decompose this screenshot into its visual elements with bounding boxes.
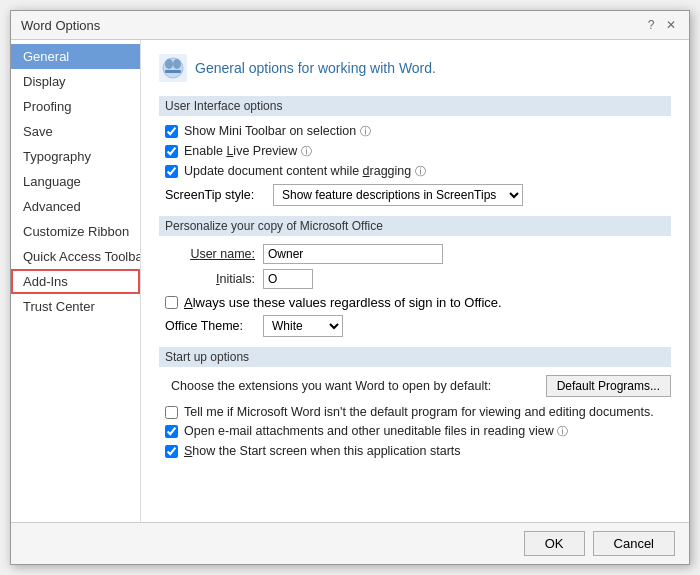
startup-header: Start up options [159, 347, 671, 367]
svg-rect-4 [165, 70, 181, 73]
panel-title-text: General options for working with Word. [195, 60, 436, 76]
sidebar: General Display Proofing Save Typography… [11, 40, 141, 522]
footer: OK Cancel [11, 522, 689, 564]
screentip-label: ScreenTip style: [165, 188, 265, 202]
content-area: General Display Proofing Save Typography… [11, 40, 689, 522]
sidebar-item-proofing[interactable]: Proofing [11, 94, 140, 119]
checkbox-live-preview-label: Enable Live Preview ⓘ [184, 144, 312, 159]
sidebar-item-typography[interactable]: Typography [11, 144, 140, 169]
username-label: User name: [165, 247, 255, 261]
checkbox-open-email-row: Open e-mail attachments and other unedit… [159, 424, 671, 439]
checkbox-live-preview[interactable] [165, 145, 178, 158]
sidebar-item-advanced[interactable]: Advanced [11, 194, 140, 219]
checkbox-update-doc-label: Update document content while dragging ⓘ [184, 164, 426, 179]
checkbox-show-start[interactable] [165, 445, 178, 458]
panel-title-row: General options for working with Word. [159, 54, 671, 82]
theme-label: Office Theme: [165, 319, 255, 333]
main-panel: General options for working with Word. U… [141, 40, 689, 522]
theme-row: Office Theme: White Light Gray Dark Gray [159, 315, 671, 337]
initials-label: Initials: [165, 272, 255, 286]
sidebar-item-add-ins[interactable]: Add-Ins [11, 269, 140, 294]
sidebar-item-trust-center[interactable]: Trust Center [11, 294, 140, 319]
checkbox-update-doc-row: Update document content while dragging ⓘ [159, 164, 671, 179]
sidebar-item-display[interactable]: Display [11, 69, 140, 94]
checkbox-always-use[interactable] [165, 296, 178, 309]
ui-options-header: User Interface options [159, 96, 671, 116]
title-bar-controls: ? ✕ [643, 17, 679, 33]
startup-extensions-row: Choose the extensions you want Word to o… [159, 375, 671, 397]
ok-button[interactable]: OK [524, 531, 585, 556]
word-options-dialog: Word Options ? ✕ General Display Proofin… [10, 10, 690, 565]
screentip-row: ScreenTip style: Show feature descriptio… [159, 184, 671, 206]
checkbox-mini-toolbar[interactable] [165, 125, 178, 138]
svg-point-3 [173, 59, 181, 69]
svg-point-2 [165, 59, 173, 69]
help-button[interactable]: ? [643, 17, 659, 33]
username-input[interactable] [263, 244, 443, 264]
title-bar: Word Options ? ✕ [11, 11, 689, 40]
default-programs-button[interactable]: Default Programs... [546, 375, 671, 397]
checkbox-open-email[interactable] [165, 425, 178, 438]
cancel-button[interactable]: Cancel [593, 531, 675, 556]
checkbox-update-doc[interactable] [165, 165, 178, 178]
checkbox-tell-me-label: Tell me if Microsoft Word isn't the defa… [184, 405, 654, 419]
checkbox-always-use-label: Always use these values regardless of si… [184, 295, 502, 310]
checkbox-tell-me-row: Tell me if Microsoft Word isn't the defa… [159, 405, 671, 419]
checkbox-show-start-row: Show the Start screen when this applicat… [159, 444, 671, 458]
dialog-title: Word Options [21, 18, 100, 33]
initials-input[interactable] [263, 269, 313, 289]
sidebar-item-save[interactable]: Save [11, 119, 140, 144]
checkbox-mini-toolbar-label: Show Mini Toolbar on selection ⓘ [184, 124, 371, 139]
checkbox-tell-me[interactable] [165, 406, 178, 419]
checkbox-open-email-label: Open e-mail attachments and other unedit… [184, 424, 568, 439]
word-icon [159, 54, 187, 82]
theme-select[interactable]: White Light Gray Dark Gray [263, 315, 343, 337]
screentip-select[interactable]: Show feature descriptions in ScreenTips … [273, 184, 523, 206]
checkbox-show-start-label: Show the Start screen when this applicat… [184, 444, 461, 458]
personalize-header: Personalize your copy of Microsoft Offic… [159, 216, 671, 236]
sidebar-item-language[interactable]: Language [11, 169, 140, 194]
close-button[interactable]: ✕ [663, 17, 679, 33]
checkbox-live-preview-row: Enable Live Preview ⓘ [159, 144, 671, 159]
startup-extensions-label: Choose the extensions you want Word to o… [165, 379, 491, 393]
sidebar-item-general[interactable]: General [11, 44, 140, 69]
always-row: Always use these values regardless of si… [159, 295, 671, 310]
personalize-form: User name: Initials: [159, 244, 671, 289]
checkbox-mini-toolbar-row: Show Mini Toolbar on selection ⓘ [159, 124, 671, 139]
sidebar-item-customize-ribbon[interactable]: Customize Ribbon [11, 219, 140, 244]
sidebar-item-quick-access[interactable]: Quick Access Toolbar [11, 244, 140, 269]
